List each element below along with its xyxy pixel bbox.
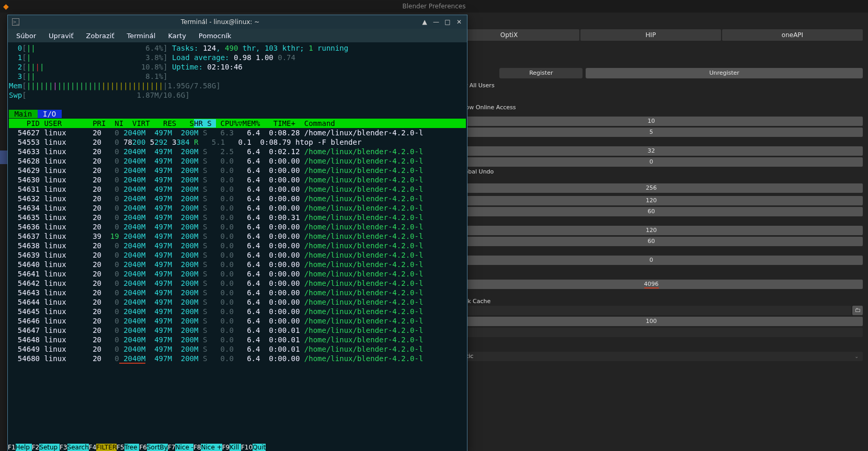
register-button[interactable]: Register: [499, 68, 583, 78]
terminal-menubar: SúborUpraviťZobraziťTerminálKartyPomocní…: [8, 29, 467, 42]
property-field[interactable]: 4096: [440, 280, 863, 289]
htop-footer: F1Help F2Setup F3SearchF4FILTERF5Tree F6…: [8, 444, 467, 451]
process-row[interactable]: 54639 linux 20 0 2040M 497M 200M S 0.0 6…: [9, 250, 466, 260]
process-row[interactable]: 54642 linux 20 0 2040M 497M 200M S 0.0 6…: [9, 279, 466, 288]
process-row[interactable]: 54636 linux 20 0 2040M 497M 200M S 0.0 6…: [9, 222, 466, 232]
unregister-button[interactable]: Unregister: [586, 68, 863, 78]
property-field[interactable]: 120: [440, 196, 863, 205]
property-field[interactable]: 10: [440, 117, 863, 126]
dropdown[interactable]: Automatic⌄: [440, 352, 863, 361]
property-field[interactable]: None: [440, 328, 863, 337]
process-row[interactable]: 54635 linux 20 0 2040M 497M 200M S 0.0 6…: [9, 213, 466, 222]
process-row[interactable]: 54630 linux 20 0 2040M 497M 200M S 0.0 6…: [9, 175, 466, 184]
process-row[interactable]: 54643 linux 20 0 2040M 497M 200M S 0.0 6…: [9, 288, 466, 297]
terminal-titlebar[interactable]: >_ Terminál - linux@linux: ~ ▲ — □ ✕: [8, 15, 467, 29]
process-row[interactable]: 54633 linux 20 0 2040M 497M 200M S 2.5 6…: [9, 147, 466, 156]
terminal-title: Terminál - linux@linux: ~: [24, 18, 417, 26]
minimize-icon[interactable]: —: [432, 18, 440, 26]
property-field[interactable]: 32: [440, 146, 863, 156]
property-field[interactable]: [440, 306, 851, 315]
process-row[interactable]: 54640 linux 20 0 2040M 497M 200M S 0.0 6…: [9, 260, 466, 269]
process-row[interactable]: 54680 linux 20 0 2040M 497M 200M S 0.0 6…: [9, 354, 466, 363]
menu-item[interactable]: Terminál: [122, 30, 161, 42]
process-row[interactable]: 54641 linux 20 0 2040M 497M 200M S 0.0 6…: [9, 269, 466, 279]
process-row[interactable]: 54649 linux 20 0 2040M 497M 200M S 0.0 6…: [9, 344, 466, 354]
process-row[interactable]: 54629 linux 20 0 2040M 497M 200M S 0.0 6…: [9, 166, 466, 175]
property-field[interactable]: 60: [440, 237, 863, 246]
blender-logo-icon: ◆: [3, 2, 9, 10]
preferences-right-panel: Register Unregister For All Users Allow …: [419, 44, 863, 451]
menu-item[interactable]: Upraviť: [43, 30, 78, 42]
maximize-icon[interactable]: □: [444, 18, 451, 26]
process-row[interactable]: 54553 linux 20 0 78200 5292 3384 R 5.1 0…: [9, 137, 466, 147]
property-field[interactable]: 100: [440, 317, 863, 326]
property-field[interactable]: 5: [440, 128, 863, 137]
property-field[interactable]: 256: [440, 183, 863, 193]
menu-item[interactable]: Súbor: [11, 30, 41, 42]
process-row[interactable]: 54644 linux 20 0 2040M 497M 200M S 0.0 6…: [9, 297, 466, 307]
process-row[interactable]: 54634 linux 20 0 2040M 497M 200M S 0.0 6…: [9, 203, 466, 213]
device-tab[interactable]: HIP: [580, 29, 721, 41]
keep-above-icon[interactable]: ▲: [421, 18, 428, 26]
menu-item[interactable]: Pomocník: [193, 30, 236, 42]
terminal-window[interactable]: >_ Terminál - linux@linux: ~ ▲ — □ ✕ Súb…: [7, 15, 467, 451]
property-field[interactable]: 0: [440, 256, 863, 265]
process-row[interactable]: 54637 linux 39 19 2040M 497M 200M S 0.0 …: [9, 232, 466, 241]
process-row[interactable]: 54628 linux 20 0 2040M 497M 200M S 0.0 6…: [9, 156, 466, 166]
process-row[interactable]: 54645 linux 20 0 2040M 497M 200M S 0.0 6…: [9, 307, 466, 316]
device-tab[interactable]: oneAPI: [722, 29, 863, 41]
close-icon[interactable]: ✕: [455, 18, 463, 26]
property-field[interactable]: 60: [440, 207, 863, 216]
process-row[interactable]: 54631 linux 20 0 2040M 497M 200M S 0.0 6…: [9, 184, 466, 194]
terminal-app-icon: >_: [12, 18, 19, 26]
property-field[interactable]: 120: [440, 226, 863, 235]
property-field[interactable]: 0: [440, 157, 863, 167]
menu-item[interactable]: Karty: [163, 30, 191, 42]
terminal-body[interactable]: 0[|| 6.4%] Tasks: 124, 490 thr, 103 kthr…: [8, 42, 467, 444]
process-row[interactable]: 54632 linux 20 0 2040M 497M 200M S 0.0 6…: [9, 194, 466, 203]
process-row[interactable]: 54647 linux 20 0 2040M 497M 200M S 0.0 6…: [9, 326, 466, 335]
cycles-device-tabs: OptiXHIPoneAPI: [439, 29, 863, 41]
menu-item[interactable]: Zobraziť: [81, 30, 120, 42]
process-row[interactable]: 54648 linux 20 0 2040M 497M 200M S 0.0 6…: [9, 335, 466, 344]
process-row[interactable]: 54646 linux 20 0 2040M 497M 200M S 0.0 6…: [9, 316, 466, 326]
process-row[interactable]: 54638 linux 20 0 2040M 497M 200M S 0.0 6…: [9, 241, 466, 250]
process-row[interactable]: 54627 linux 20 0 2040M 497M 200M S 6.3 6…: [9, 128, 466, 137]
blender-titlebar: Blender Preferences: [0, 0, 868, 13]
folder-icon[interactable]: 🗀: [852, 306, 863, 315]
